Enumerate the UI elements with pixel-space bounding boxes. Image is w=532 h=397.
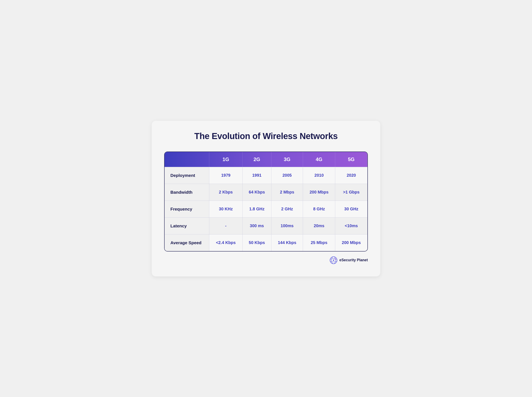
table-header-4g: 4G — [303, 152, 335, 167]
cell-3-1: 300 ms — [242, 217, 271, 234]
main-card: The Evolution of Wireless Networks 1G 2G… — [152, 121, 380, 276]
table-row: Frequency30 KHz1.8 GHz2 GHz8 GHz30 GHz — [165, 201, 367, 217]
svg-point-4 — [335, 258, 336, 259]
row-label-bandwidth: Bandwidth — [165, 184, 209, 201]
table-header-2g: 2G — [242, 152, 271, 167]
table-header-row: 1G 2G 3G 4G 5G — [165, 152, 367, 167]
comparison-table: 1G 2G 3G 4G 5G Deployment197919912005201… — [165, 152, 367, 251]
row-label-average-speed: Average Speed — [165, 234, 209, 251]
cell-4-3: 25 Mbps — [303, 234, 335, 251]
row-label-frequency: Frequency — [165, 201, 209, 217]
cell-2-0: 30 KHz — [209, 201, 242, 217]
table-row: Average Speed<2.4 Kbps50 Kbps144 Kbps25 … — [165, 234, 367, 251]
cell-1-0: 2 Kbps — [209, 184, 242, 201]
cell-4-4: 200 Mbps — [335, 234, 367, 251]
cell-3-0: - — [209, 217, 242, 234]
brand-logo: eSecurity Planet — [330, 256, 368, 264]
cell-0-0: 1979 — [209, 167, 242, 184]
cell-2-4: 30 GHz — [335, 201, 367, 217]
cell-0-3: 2010 — [303, 167, 335, 184]
row-label-latency: Latency — [165, 217, 209, 234]
cell-2-2: 2 GHz — [271, 201, 303, 217]
cell-4-1: 50 Kbps — [242, 234, 271, 251]
brand-logo-icon — [330, 256, 337, 264]
cell-1-3: 200 Mbps — [303, 184, 335, 201]
brand-name: eSecurity Planet — [339, 258, 368, 262]
cell-0-1: 1991 — [242, 167, 271, 184]
cell-1-1: 64 Kbps — [242, 184, 271, 201]
cell-2-1: 1.8 GHz — [242, 201, 271, 217]
table-row: Bandwidth2 Kbps64 Kbps2 Mbps200 Mbps>1 G… — [165, 184, 367, 201]
cell-0-4: 2020 — [335, 167, 367, 184]
cell-3-3: 20ms — [303, 217, 335, 234]
table-wrapper: 1G 2G 3G 4G 5G Deployment197919912005201… — [164, 152, 368, 252]
table-header-1g: 1G — [209, 152, 242, 167]
table-header-5g: 5G — [335, 152, 367, 167]
svg-point-3 — [333, 260, 334, 261]
cell-1-2: 2 Mbps — [271, 184, 303, 201]
cell-2-3: 8 GHz — [303, 201, 335, 217]
footer: eSecurity Planet — [164, 256, 368, 264]
cell-3-4: <10ms — [335, 217, 367, 234]
cell-4-2: 144 Kbps — [271, 234, 303, 251]
cell-0-2: 2005 — [271, 167, 303, 184]
cell-1-4: >1 Gbps — [335, 184, 367, 201]
table-header-3g: 3G — [271, 152, 303, 167]
cell-4-0: <2.4 Kbps — [209, 234, 242, 251]
row-label-deployment: Deployment — [165, 167, 209, 184]
cell-3-2: 100ms — [271, 217, 303, 234]
page-title: The Evolution of Wireless Networks — [164, 131, 368, 141]
table-row: Deployment19791991200520102020 — [165, 167, 367, 184]
table-row: Latency-300 ms100ms20ms<10ms — [165, 217, 367, 234]
table-header-empty — [165, 152, 209, 167]
